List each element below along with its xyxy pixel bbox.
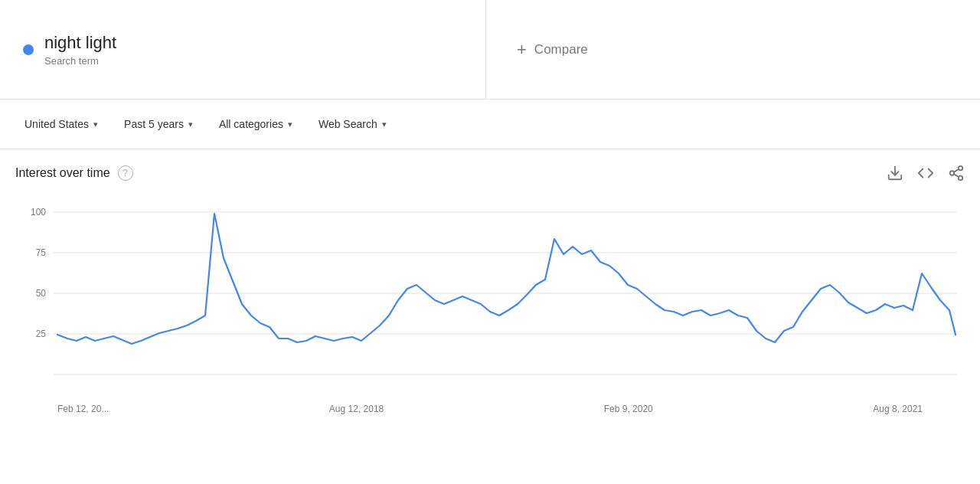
x-label-1: Feb 12, 20...	[57, 404, 109, 414]
chart-actions	[887, 165, 965, 182]
plus-icon: +	[517, 40, 527, 60]
term-info: night light Search term	[44, 32, 116, 67]
compare-label: Compare	[534, 42, 588, 57]
search-type-chevron-icon: ▾	[382, 119, 387, 129]
time-chevron-icon: ▾	[188, 119, 193, 129]
embed-icon[interactable]	[917, 165, 934, 182]
svg-line-4	[954, 174, 959, 177]
x-label-3: Feb 9, 2020	[604, 404, 653, 414]
trend-chart: 100 75 50 25	[15, 197, 965, 396]
term-type: Search term	[44, 55, 116, 67]
share-icon[interactable]	[948, 165, 965, 182]
compare-section: + Compare	[486, 40, 980, 60]
download-icon[interactable]	[887, 165, 903, 182]
chart-title: Interest over time	[15, 166, 110, 180]
svg-line-5	[954, 169, 959, 172]
help-icon[interactable]: ?	[118, 165, 133, 181]
chart-container: 100 75 50 25 Feb 12, 20... Aug 12, 2018 …	[15, 197, 965, 414]
category-filter[interactable]: All categories ▾	[210, 113, 302, 135]
svg-text:25: 25	[36, 329, 47, 339]
region-chevron-icon: ▾	[93, 119, 98, 129]
filter-bar: United States ▾ Past 5 years ▾ All categ…	[0, 100, 980, 149]
chart-header: Interest over time ?	[15, 165, 965, 182]
x-label-2: Aug 12, 2018	[329, 404, 384, 414]
time-filter[interactable]: Past 5 years ▾	[115, 113, 202, 135]
region-filter[interactable]: United States ▾	[15, 113, 107, 135]
search-type-filter[interactable]: Web Search ▾	[309, 113, 396, 135]
svg-text:75: 75	[36, 247, 47, 258]
page-header: night light Search term + Compare	[0, 0, 980, 100]
chart-title-area: Interest over time ?	[15, 165, 133, 181]
x-label-4: Aug 8, 2021	[873, 404, 923, 414]
time-label: Past 5 years	[124, 118, 184, 130]
svg-text:100: 100	[31, 207, 46, 217]
chart-section: Interest over time ?	[0, 149, 980, 422]
category-chevron-icon: ▾	[288, 119, 292, 129]
category-label: All categories	[219, 118, 283, 130]
search-type-label: Web Search	[318, 118, 377, 130]
svg-text:50: 50	[36, 288, 47, 299]
x-axis-labels: Feb 12, 20... Aug 12, 2018 Feb 9, 2020 A…	[15, 399, 965, 414]
term-name: night light	[44, 32, 116, 54]
compare-button[interactable]: + Compare	[517, 40, 588, 60]
search-term-section: night light Search term	[0, 0, 486, 99]
region-label: United States	[24, 118, 89, 130]
term-color-indicator	[23, 44, 34, 55]
